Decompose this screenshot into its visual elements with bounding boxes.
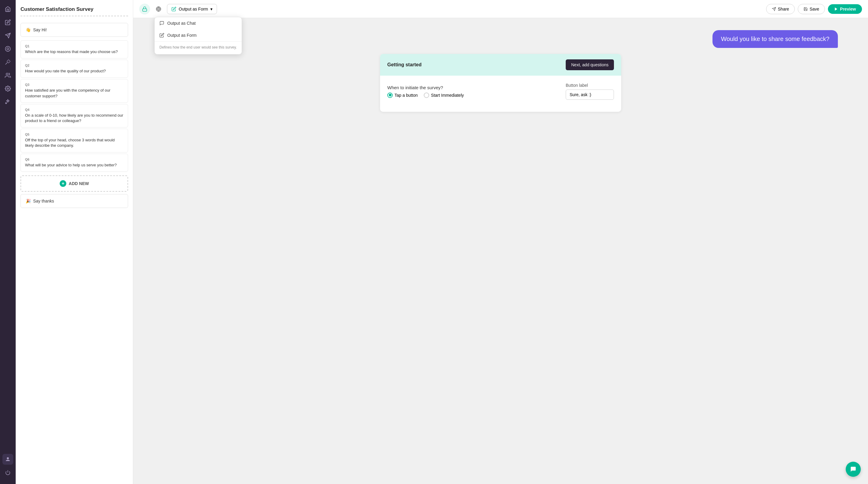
- button-label-section: Button label: [566, 83, 614, 100]
- say-hi-button[interactable]: 👋 Say Hi!: [21, 23, 128, 37]
- sidebar-item-home[interactable]: [2, 4, 13, 14]
- sidebar-avatar[interactable]: [2, 454, 13, 465]
- say-hi-label: Say Hi!: [33, 27, 47, 32]
- start-immediately-label: Start Immediately: [431, 93, 464, 98]
- chevron-down-icon: ▾: [210, 7, 213, 11]
- main-content: Output as Form ▾ Output as Chat Output a…: [133, 0, 868, 484]
- form-edit-icon: [159, 33, 164, 38]
- question-item[interactable]: Q4 On a scale of 0-10, how likely are yo…: [21, 104, 128, 127]
- svg-point-3: [7, 48, 9, 50]
- svg-marker-12: [835, 7, 837, 10]
- save-button[interactable]: Save: [798, 4, 825, 14]
- svg-point-2: [5, 47, 10, 52]
- survey-title: Customer Satisfaction Survey: [21, 6, 128, 13]
- getting-started-header: Getting started Next, add questions: [380, 54, 621, 75]
- dropdown-output-form[interactable]: Output as Form: [155, 29, 242, 41]
- dropdown-output-chat[interactable]: Output as Chat: [155, 17, 242, 29]
- say-hi-emoji: 👋: [26, 27, 31, 32]
- initiate-row: When to initiate the survey? Tap a butto…: [387, 83, 614, 100]
- sidebar-item-users[interactable]: [2, 70, 13, 81]
- question-num: Q5: [25, 132, 124, 136]
- tap-button-radio[interactable]: [387, 93, 393, 98]
- preview-button[interactable]: Preview: [828, 4, 862, 14]
- question-item[interactable]: Q5 Off the top of your head, choose 3 wo…: [21, 129, 128, 152]
- preview-label: Preview: [840, 7, 856, 11]
- question-item[interactable]: Q3 How satisfied are you with the compet…: [21, 79, 128, 102]
- dropdown-form-label: Output as Form: [167, 33, 196, 38]
- preview-area: Would you like to share some feedback? G…: [133, 18, 868, 484]
- initiate-section: When to initiate the survey? Tap a butto…: [387, 85, 464, 98]
- question-text: What will be your advice to help us serv…: [25, 162, 124, 168]
- sidebar-item-wand[interactable]: [2, 57, 13, 67]
- chat-bubble: Would you like to share some feedback?: [712, 30, 838, 48]
- say-thanks-label: Say thanks: [33, 199, 54, 204]
- sidebar-item-settings[interactable]: [2, 83, 13, 94]
- question-num: Q6: [25, 158, 124, 161]
- sidebar-item-magic[interactable]: [2, 96, 13, 107]
- panel-header: Customer Satisfaction Survey: [16, 0, 133, 23]
- chat-icon: [159, 21, 164, 26]
- sidebar-power[interactable]: [2, 467, 13, 478]
- question-num: Q3: [25, 83, 124, 87]
- question-num: Q4: [25, 108, 124, 112]
- chat-widget-icon: [850, 466, 857, 473]
- question-item[interactable]: Q2 How would you rate the quality of our…: [21, 60, 128, 78]
- sidebar-item-send[interactable]: [2, 30, 13, 41]
- save-label: Save: [809, 7, 819, 11]
- output-dropdown-label: Output as Form: [179, 7, 208, 11]
- question-num: Q2: [25, 64, 124, 67]
- start-immediately-radio[interactable]: [424, 93, 429, 98]
- top-bar-left: Output as Form ▾: [139, 4, 217, 14]
- button-label-input[interactable]: [566, 90, 614, 100]
- output-dropdown-menu: Output as Chat Output as Form Defines ho…: [154, 17, 242, 55]
- tap-button-option[interactable]: Tap a button: [387, 93, 418, 98]
- question-item[interactable]: Q6 What will be your advice to help us s…: [21, 154, 128, 172]
- getting-started-body: When to initiate the survey? Tap a butto…: [380, 75, 621, 112]
- question-list: Q1 Which are the top reasons that made y…: [16, 40, 133, 172]
- question-text: How satisfied are you with the competenc…: [25, 88, 124, 98]
- lock-button[interactable]: [139, 4, 150, 14]
- left-panel: Customer Satisfaction Survey 👋 Say Hi! Q…: [16, 0, 133, 484]
- share-label: Share: [778, 7, 789, 11]
- question-text: How would you rate the quality of our pr…: [25, 68, 124, 74]
- say-thanks-button[interactable]: 🎉 Say thanks: [21, 194, 128, 208]
- question-item[interactable]: Q1 Which are the top reasons that made y…: [21, 40, 128, 58]
- output-dropdown-button[interactable]: Output as Form ▾: [167, 4, 217, 14]
- question-num: Q1: [25, 44, 124, 48]
- tap-button-label: Tap a button: [395, 93, 418, 98]
- sidebar: [0, 0, 16, 484]
- play-icon: [834, 7, 838, 11]
- next-add-questions-button[interactable]: Next, add questions: [566, 59, 614, 70]
- top-bar-right: Share Save Preview: [766, 4, 862, 14]
- sidebar-item-edit[interactable]: [2, 17, 13, 28]
- add-new-circle-icon: +: [60, 180, 66, 187]
- radio-group: Tap a button Start Immediately: [387, 93, 464, 98]
- question-text: Off the top of your head, choose 3 words…: [25, 138, 124, 148]
- add-new-button[interactable]: + ADD NEW: [21, 175, 128, 192]
- button-label-heading: Button label: [566, 83, 614, 88]
- initiate-label: When to initiate the survey?: [387, 85, 464, 90]
- start-immediately-option[interactable]: Start Immediately: [424, 93, 464, 98]
- getting-started-title: Getting started: [387, 62, 422, 67]
- add-new-label: ADD NEW: [69, 181, 89, 186]
- share-button[interactable]: Share: [766, 4, 795, 14]
- top-bar: Output as Form ▾ Output as Chat Output a…: [133, 0, 868, 18]
- svg-rect-7: [143, 9, 147, 11]
- getting-started-panel: Getting started Next, add questions When…: [380, 54, 621, 112]
- svg-point-4: [6, 73, 8, 75]
- chat-widget[interactable]: [846, 462, 861, 477]
- question-text: Which are the top reasons that made you …: [25, 49, 124, 55]
- dropdown-chat-label: Output as Chat: [167, 21, 195, 26]
- say-thanks-emoji: 🎉: [26, 199, 31, 204]
- svg-point-5: [7, 88, 9, 90]
- share-icon: [772, 7, 776, 11]
- sidebar-item-analytics[interactable]: [2, 43, 13, 54]
- globe-button[interactable]: [153, 4, 164, 14]
- question-text: On a scale of 0-10, how likely are you t…: [25, 113, 124, 124]
- dropdown-description: Defines how the end user would see this …: [155, 41, 242, 54]
- save-icon: [804, 7, 808, 11]
